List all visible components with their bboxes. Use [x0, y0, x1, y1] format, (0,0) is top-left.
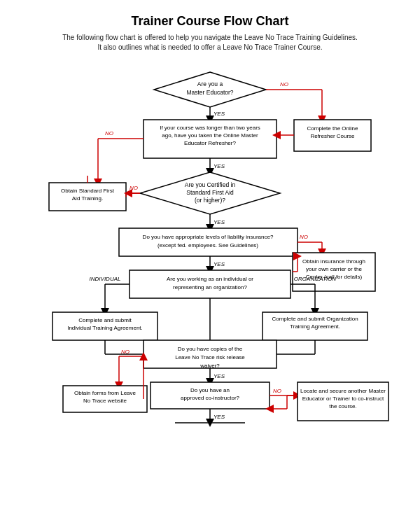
svg-text:NO: NO: [121, 349, 130, 355]
svg-text:YES: YES: [214, 261, 225, 267]
svg-text:(except fed. employees. See Gu: (except fed. employees. See Guidelines): [158, 242, 258, 248]
svg-text:Are you working as an individu: Are you working as an individual or: [167, 276, 253, 282]
svg-text:Obtain Standard First: Obtain Standard First: [61, 188, 115, 194]
svg-text:Complete the Online: Complete the Online: [307, 125, 358, 132]
svg-text:Do you have an: Do you have an: [190, 387, 230, 393]
svg-text:NO: NO: [130, 185, 138, 191]
svg-text:Standard First Aid: Standard First Aid: [186, 189, 234, 196]
svg-text:ago, have you taken the Online: ago, have you taken the Online Master: [162, 132, 258, 139]
svg-text:Educator or Trainer to co-inst: Educator or Trainer to co-instruct: [302, 396, 384, 402]
svg-text:NO: NO: [105, 130, 113, 136]
svg-text:Training Agreement.: Training Agreement.: [290, 323, 340, 330]
subtitle: The following flow chart is offered to h…: [21, 33, 399, 52]
svg-text:Are you a: Are you a: [197, 80, 223, 88]
svg-text:Leave No Trace risk release: Leave No Trace risk release: [175, 354, 245, 360]
svg-text:No Trace website: No Trace website: [83, 398, 127, 404]
svg-text:(or higher)?: (or higher)?: [195, 197, 225, 204]
svg-text:If your course was longer than: If your course was longer than two years: [160, 125, 260, 131]
svg-text:YES: YES: [214, 219, 225, 225]
svg-text:Do you have copies of the: Do you have copies of the: [178, 346, 243, 352]
flowchart: Are you a Master Educator? YES NO If you…: [21, 65, 399, 511]
svg-text:YES: YES: [214, 111, 225, 117]
svg-text:NO: NO: [280, 81, 288, 88]
svg-text:approved co-instructor?: approved co-instructor?: [181, 395, 240, 401]
svg-text:waiver?: waiver?: [200, 363, 220, 369]
svg-text:Are you Certified in: Are you Certified in: [185, 181, 236, 188]
svg-text:Obtain insurance through: Obtain insurance through: [302, 258, 365, 265]
svg-text:YES: YES: [214, 163, 225, 169]
svg-text:Obtain forms from Leave: Obtain forms from Leave: [74, 390, 136, 396]
svg-text:your own carrier or the: your own carrier or the: [306, 266, 363, 272]
svg-text:Complete and submit: Complete and submit: [78, 317, 132, 323]
svg-text:representing an organization?: representing an organization?: [173, 284, 247, 290]
svg-text:NO: NO: [273, 388, 281, 394]
svg-text:Individual Training Agreement.: Individual Training Agreement.: [67, 325, 143, 331]
svg-text:the course.: the course.: [329, 403, 357, 410]
page: Trainer Course Flow Chart The following …: [0, 0, 420, 511]
flowchart-svg: Are you a Master Educator? YES NO If you…: [21, 65, 399, 511]
svg-text:NO: NO: [300, 234, 308, 240]
svg-text:Complete and submit Organizati: Complete and submit Organization: [272, 316, 358, 322]
svg-text:ORGANIZATION: ORGANIZATION: [294, 276, 337, 282]
page-title: Trainer Course Flow Chart: [21, 14, 399, 29]
svg-text:INDIVIDUAL: INDIVIDUAL: [90, 276, 121, 282]
svg-text:Locate and secure another Mast: Locate and secure another Master: [300, 388, 386, 394]
svg-text:Master Educator?: Master Educator?: [186, 89, 233, 96]
svg-text:Educator Refresher?: Educator Refresher?: [184, 140, 236, 146]
svg-text:YES: YES: [214, 373, 225, 379]
svg-text:Do you have appropriate levels: Do you have appropriate levels of liabil…: [143, 234, 274, 240]
svg-text:YES: YES: [214, 414, 225, 420]
svg-text:Refresher Course: Refresher Course: [310, 133, 355, 139]
svg-text:Aid Training.: Aid Training.: [72, 195, 103, 202]
